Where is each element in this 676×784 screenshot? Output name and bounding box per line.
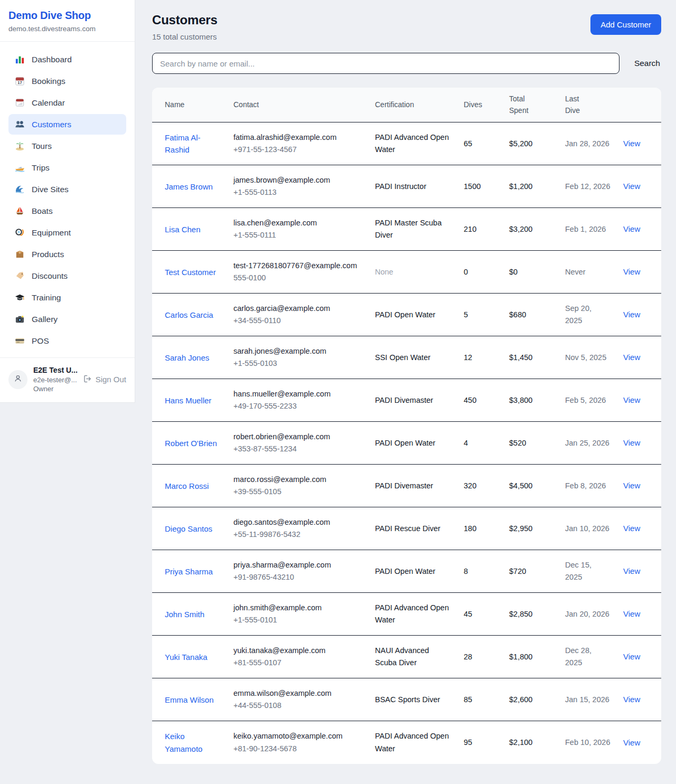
customer-name-link[interactable]: Priya Sharma	[152, 550, 227, 593]
customer-total-spent: $3,800	[503, 379, 559, 422]
equipment-icon	[15, 228, 25, 238]
customer-contact: test-1772681807767@example.com555-0100	[227, 251, 369, 294]
customer-contact: lisa.chen@example.com+1-555-0111	[227, 208, 369, 251]
customer-phone: +55-11-99876-5432	[233, 528, 362, 541]
customer-certification: BSAC Sports Diver	[369, 678, 457, 721]
customer-last-dive: Feb 5, 2026	[559, 379, 617, 422]
customer-last-dive: Feb 8, 2026	[559, 465, 617, 507]
sidebar-item-discounts[interactable]: Discounts	[8, 266, 126, 286]
view-link[interactable]: View	[623, 267, 640, 276]
customer-last-dive: Sep 20, 2025	[559, 294, 617, 336]
table-row: Robert O'Brienrobert.obrien@example.com+…	[152, 422, 661, 465]
sidebar-item-tours[interactable]: Tours	[8, 136, 126, 156]
sidebar-item-training[interactable]: Training	[8, 287, 126, 308]
view-link[interactable]: View	[623, 395, 640, 404]
customer-certification: PADI Open Water	[369, 550, 457, 593]
customer-phone: +91-98765-43210	[233, 571, 362, 583]
add-customer-button[interactable]: Add Customer	[590, 14, 661, 35]
customer-name-link[interactable]: Emma Wilson	[152, 678, 227, 721]
user-name: E2E Test U...	[33, 365, 77, 375]
sidebar-item-equipment[interactable]: Equipment	[8, 222, 126, 243]
view-link[interactable]: View	[623, 481, 640, 490]
view-link[interactable]: View	[623, 438, 640, 447]
customer-email: sarah.jones@example.com	[233, 345, 362, 357]
sidebar-item-pos[interactable]: POS	[8, 330, 126, 351]
discounts-icon	[15, 271, 25, 281]
search-input[interactable]	[152, 53, 619, 74]
user-role: Owner	[33, 384, 77, 394]
customer-contact: marco.rossi@example.com+39-555-0105	[227, 465, 369, 507]
table-row: Yuki Tanakayuki.tanaka@example.com+81-55…	[152, 636, 661, 678]
view-link[interactable]: View	[623, 566, 640, 575]
sidebar-item-dashboard[interactable]: Dashboard	[8, 49, 126, 70]
customer-name-link[interactable]: Sarah Jones	[152, 336, 227, 379]
customer-last-dive: Feb 10, 2026	[559, 721, 617, 764]
customer-last-dive: Feb 12, 2026	[559, 165, 617, 208]
sidebar-item-boats[interactable]: Boats	[8, 201, 126, 221]
view-link[interactable]: View	[623, 224, 640, 233]
sidebar-item-customers[interactable]: Customers	[8, 114, 126, 135]
view-link[interactable]: View	[623, 738, 640, 747]
view-link[interactable]: View	[623, 524, 640, 533]
search-button[interactable]: Search	[633, 54, 661, 72]
sidebar-item-label: Equipment	[32, 228, 71, 238]
customer-certification: PADI Instructor	[369, 165, 457, 208]
customer-email: james.brown@example.com	[233, 174, 362, 186]
table-row: Keiko Yamamotokeiko.yamamoto@example.com…	[152, 721, 661, 764]
view-link[interactable]: View	[623, 182, 640, 191]
customer-total-spent: $4,500	[503, 465, 559, 507]
customer-name-link[interactable]: Robert O'Brien	[152, 422, 227, 465]
customer-name-link[interactable]: Yuki Tanaka	[152, 636, 227, 678]
customer-name-link[interactable]: Lisa Chen	[152, 208, 227, 251]
sidebar-item-calendar[interactable]: Calendar	[8, 92, 126, 113]
page-title-block: Customers 15 total customers	[152, 13, 218, 41]
person-icon	[13, 374, 23, 385]
customer-email: carlos.garcia@example.com	[233, 303, 362, 315]
shop-domain: demo.test.divestreams.com	[8, 25, 126, 33]
customer-email: emma.wilson@example.com	[233, 687, 362, 700]
sidebar-item-trips[interactable]: Trips	[8, 157, 126, 178]
customer-certification: PADI Advanced Open Water	[369, 721, 457, 764]
page-title: Customers	[152, 13, 218, 27]
customer-last-dive: Never	[559, 251, 617, 294]
customer-last-dive: Dec 15, 2025	[559, 550, 617, 593]
customer-name-link[interactable]: Test Customer	[152, 251, 227, 294]
view-link[interactable]: View	[623, 353, 640, 362]
table-row: Priya Sharmapriya.sharma@example.com+91-…	[152, 550, 661, 593]
customer-name-link[interactable]: Marco Rossi	[152, 465, 227, 507]
customer-email: yuki.tanaka@example.com	[233, 645, 362, 657]
customer-phone: 555-0100	[233, 272, 362, 284]
sidebar-item-bookings[interactable]: 17Bookings	[8, 71, 126, 91]
customer-name-link[interactable]: John Smith	[152, 593, 227, 636]
customer-name-link[interactable]: Hans Mueller	[152, 379, 227, 422]
customer-dives: 95	[457, 721, 503, 764]
customer-last-dive: Jan 25, 2026	[559, 422, 617, 465]
customer-email: robert.obrien@example.com	[233, 431, 362, 443]
sidebar-item-products[interactable]: Products	[8, 244, 126, 265]
sign-out-label: Sign Out	[96, 375, 126, 384]
view-link[interactable]: View	[623, 695, 640, 704]
customers-table-card: NameContactCertificationDivesTotal Spent…	[152, 88, 661, 764]
customer-phone: +1-555-0103	[233, 357, 362, 370]
customer-name-link[interactable]: Carlos Garcia	[152, 294, 227, 336]
view-link[interactable]: View	[623, 310, 640, 319]
customer-name-link[interactable]: Diego Santos	[152, 507, 227, 550]
customer-total-spent: $720	[503, 550, 559, 593]
sidebar-item-dive-sites[interactable]: Dive Sites	[8, 179, 126, 200]
shop-name: Demo Dive Shop	[8, 10, 126, 22]
view-cell: View	[617, 251, 661, 294]
customer-name-link[interactable]: Fatima Al-Rashid	[152, 122, 227, 165]
view-cell: View	[617, 550, 661, 593]
view-cell: View	[617, 422, 661, 465]
customer-phone: +1-555-0101	[233, 614, 362, 626]
sidebar-item-gallery[interactable]: Gallery	[8, 309, 126, 329]
view-link[interactable]: View	[623, 652, 640, 661]
customer-total-spent: $1,450	[503, 336, 559, 379]
customer-name-link[interactable]: Keiko Yamamoto	[152, 721, 227, 764]
customer-name-link[interactable]: James Brown	[152, 165, 227, 208]
table-row: Carlos Garciacarlos.garcia@example.com+3…	[152, 294, 661, 336]
sign-out-button[interactable]: Sign Out	[83, 374, 127, 385]
column-header-last-dive: Last Dive	[559, 88, 617, 122]
view-link[interactable]: View	[623, 139, 640, 148]
view-link[interactable]: View	[623, 609, 640, 618]
